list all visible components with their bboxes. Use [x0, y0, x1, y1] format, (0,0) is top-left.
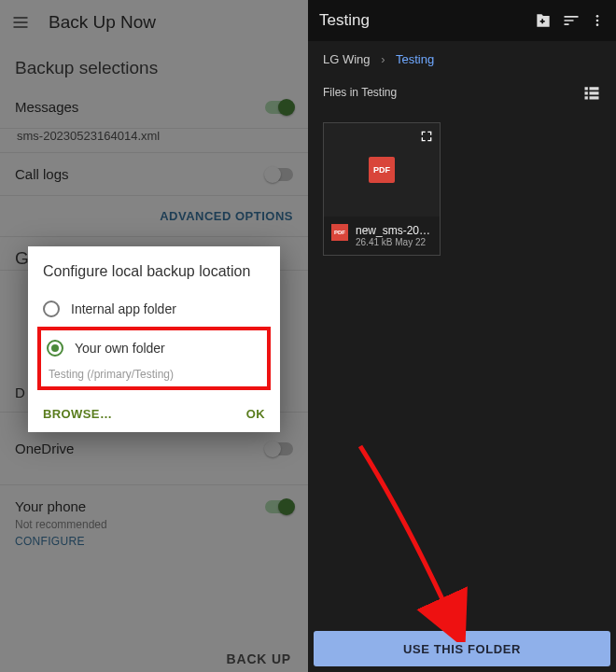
- radio-icon: [47, 340, 63, 357]
- selected-path: Testing (/primary/Testing): [49, 368, 261, 381]
- ok-button[interactable]: OK: [246, 407, 265, 421]
- chevron-right-icon: ›: [381, 52, 385, 66]
- option-internal[interactable]: Internal app folder: [43, 295, 265, 323]
- pdf-icon: PDF: [331, 224, 348, 241]
- file-tile[interactable]: PDF PDF new_sms-2023… 26.41 kB May 22: [323, 122, 441, 256]
- radio-icon: [43, 301, 60, 317]
- svg-point-0: [596, 15, 599, 18]
- file-meta: 26.41 kB May 22: [356, 237, 432, 247]
- folder-title: Testing: [319, 11, 525, 30]
- breadcrumb[interactable]: LG Wing › Testing: [308, 41, 616, 74]
- highlight-box: Your own folder Testing (/primary/Testin…: [37, 327, 271, 390]
- option-own-folder[interactable]: Your own folder: [47, 334, 261, 362]
- use-folder-button[interactable]: USE THIS FOLDER: [314, 631, 610, 666]
- files-header: Files in Testing: [323, 86, 582, 99]
- svg-point-1: [596, 20, 599, 22]
- new-folder-icon[interactable]: [534, 11, 553, 30]
- pdf-icon: PDF: [369, 157, 395, 183]
- view-list-icon[interactable]: [582, 83, 601, 102]
- sort-icon[interactable]: [562, 11, 581, 30]
- svg-point-2: [596, 23, 599, 26]
- browse-button[interactable]: BROWSE…: [43, 407, 112, 421]
- expand-icon[interactable]: [419, 129, 434, 144]
- overflow-icon[interactable]: [590, 11, 605, 30]
- file-name: new_sms-2023…: [356, 224, 432, 237]
- backup-location-dialog: Configure local backup location Internal…: [28, 246, 280, 432]
- dialog-title: Configure local backup location: [43, 263, 265, 280]
